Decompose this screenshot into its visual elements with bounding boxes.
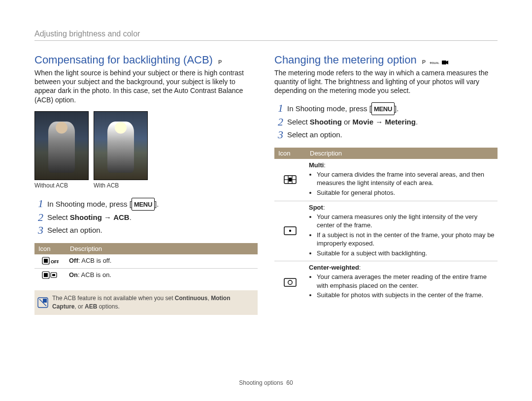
step-number: 1	[274, 102, 283, 114]
step-bold: ACB	[113, 213, 130, 221]
step-bold: Shooting	[310, 118, 342, 126]
svg-rect-6	[52, 274, 55, 276]
svg-point-16	[289, 230, 291, 232]
step-text: .	[130, 213, 132, 221]
cell-icon	[274, 159, 306, 201]
metering-step-2: 2 Select Shooting or Movie → Metering.	[274, 116, 498, 128]
acb-off-icon: OFF	[37, 257, 63, 266]
acb-intro: When the light source is behind your sub…	[34, 68, 258, 104]
step-number: 3	[34, 224, 43, 236]
breadcrumb: Adjusting brightness and color	[34, 30, 498, 38]
mode-icons: P	[218, 59, 223, 65]
mode-p-icon: P	[218, 59, 222, 65]
arrow-glyph: →	[373, 118, 385, 126]
mode-movie-icon	[442, 59, 449, 65]
svg-point-18	[288, 280, 292, 284]
acb-step-3: 3 Select an option.	[34, 224, 258, 236]
photo-with-acb	[94, 111, 148, 180]
metering-steps: 1 In Shooting mode, press [MENU]. 2 Sele…	[274, 102, 498, 141]
cell-icon	[274, 201, 306, 261]
metering-heading: Changing the metering option P ✳DUAL	[274, 54, 498, 66]
caption-with-acb: With ACB	[94, 182, 148, 189]
step-body: Select Shooting or Movie → Metering.	[287, 116, 418, 128]
opt-text: : ACB is off.	[78, 257, 112, 264]
step-number: 1	[34, 198, 43, 210]
step-number: 2	[274, 116, 283, 128]
manual-page: Adjusting brightness and color Compensat…	[0, 0, 532, 401]
note-icon	[37, 297, 48, 308]
table-row: Center-weighted: Your camera averages th…	[274, 261, 498, 303]
col-description: Description	[66, 243, 258, 254]
step-body: Select Shooting → ACB.	[47, 212, 132, 223]
opt-bullets: Your camera measures only the light inte…	[309, 213, 495, 258]
arrow-glyph: →	[102, 213, 113, 221]
mode-icons: P ✳DUAL	[422, 59, 450, 65]
svg-rect-1	[44, 259, 48, 263]
mode-dual-icon: ✳DUAL	[429, 61, 439, 64]
photo-without-acb	[34, 111, 89, 180]
opt-bullet: Suitable for general photos.	[317, 188, 495, 197]
svg-rect-4	[44, 273, 48, 277]
table-row: Multi: Your camera divides the frame int…	[274, 159, 498, 201]
cell-desc: Center-weighted: Your camera averages th…	[306, 261, 498, 303]
svg-rect-8	[43, 299, 47, 303]
col-icon: Icon	[274, 148, 306, 159]
page-footer: Shooting options 60	[0, 379, 532, 386]
cell-desc: Off: ACB is off.	[66, 254, 258, 269]
table-header-row: Icon Description	[274, 148, 498, 159]
step-number: 3	[274, 129, 283, 141]
step-text: ].	[155, 200, 159, 208]
menu-chip: MENU	[371, 102, 395, 115]
step-body: In Shooting mode, press [MENU].	[287, 102, 399, 115]
col-description: Description	[306, 148, 498, 159]
opt-label: Spot	[309, 204, 323, 211]
breadcrumb-rule	[34, 40, 498, 41]
opt-label: On	[69, 271, 78, 278]
step-body: Select an option.	[47, 224, 102, 236]
metering-section: Changing the metering option P ✳DUAL The…	[274, 54, 498, 315]
opt-bullet: Your camera measures only the light inte…	[317, 213, 495, 230]
step-text: In Shooting mode, press [	[287, 104, 371, 113]
cell-desc: Spot: Your camera measures only the ligh…	[306, 201, 498, 261]
acb-on-icon	[37, 271, 63, 280]
opt-bullets: Your camera divides the frame into sever…	[309, 170, 495, 197]
center-weighted-icon	[277, 277, 303, 288]
acb-caption-row: Without ACB With ACB	[34, 182, 258, 189]
metering-intro: The metering mode refers to the way in w…	[274, 68, 498, 95]
cell-icon	[274, 261, 306, 303]
opt-bullet: Suitable for photos with subjects in the…	[317, 291, 495, 300]
opt-bullet: Your camera divides the frame into sever…	[317, 170, 495, 187]
acb-steps: 1 In Shooting mode, press [MENU]. 2 Sele…	[34, 198, 258, 236]
table-row: Spot: Your camera measures only the ligh…	[274, 201, 498, 261]
opt-label: Center-weighted	[309, 264, 359, 271]
svg-text:OFF: OFF	[51, 259, 59, 264]
table-row: On: ACB is on.	[34, 269, 258, 283]
step-bold: Movie	[353, 118, 374, 126]
acb-step-1: 1 In Shooting mode, press [MENU].	[34, 198, 258, 211]
opt-bullet: Your camera averages the meter reading o…	[317, 273, 495, 290]
opt-label: Multi	[309, 161, 324, 169]
step-bold: Shooting	[70, 213, 102, 221]
menu-label: MENU	[134, 201, 152, 208]
menu-chip: MENU	[132, 198, 155, 211]
mode-p-icon: P	[422, 59, 426, 65]
opt-label: Off	[69, 257, 78, 264]
opt-bullets: Your camera averages the meter reading o…	[309, 273, 495, 300]
step-text: or	[342, 118, 353, 126]
cell-desc: On: ACB is on.	[66, 269, 258, 283]
footer-section: Shooting options	[239, 379, 283, 386]
step-text: In Shooting mode, press [	[47, 200, 132, 208]
step-number: 2	[34, 212, 43, 223]
cell-desc: Multi: Your camera divides the frame int…	[306, 159, 498, 201]
footer-page: 60	[286, 379, 293, 386]
menu-label: MENU	[374, 105, 392, 113]
step-body: In Shooting mode, press [MENU].	[47, 198, 159, 211]
svg-rect-14	[289, 178, 292, 182]
acb-step-2: 2 Select Shooting → ACB.	[34, 212, 258, 223]
spot-icon	[277, 225, 303, 236]
svg-rect-17	[284, 278, 296, 286]
acb-section: Compensating for backlighting (ACB) P Wh…	[34, 54, 258, 315]
step-bold: Metering	[385, 118, 416, 126]
multi-icon	[277, 174, 303, 185]
opt-bullet: If a subject is not in the center of the…	[317, 231, 495, 248]
